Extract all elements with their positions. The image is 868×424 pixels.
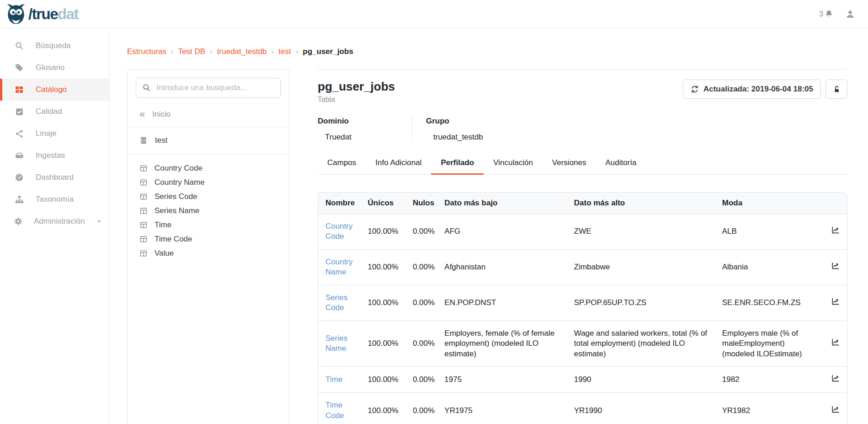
breadcrumb-separator-icon (272, 47, 274, 56)
tab-auditoria[interactable]: Auditoría (596, 154, 646, 175)
table-columns-icon (139, 249, 148, 258)
bell-icon (825, 10, 833, 18)
chart-line-icon[interactable] (831, 405, 840, 413)
profile-table: Nombre Únicos Nulos Dato más bajo Dato m… (318, 192, 847, 424)
sidebar-item-busqueda[interactable]: Búsqueda (0, 35, 109, 57)
nulls-value: 0.00% (405, 366, 437, 392)
table-columns-icon (139, 164, 148, 172)
nulls-value: 0.00% (405, 214, 437, 250)
tab-versiones[interactable]: Versiones (543, 154, 596, 175)
highest-value: SP.POP.65UP.TO.ZS (567, 285, 715, 321)
uniques-value: 100.00% (361, 393, 405, 424)
structure-tabs: Campos Info Adicional Perfilado Vinculac… (318, 154, 847, 175)
mode-value: Employers male (% of maleEmployment) (mo… (715, 321, 820, 366)
user-icon (845, 9, 855, 19)
domain-label: Dominio (318, 117, 403, 126)
group-label: Grupo (426, 117, 483, 126)
highest-value: 1990 (567, 366, 715, 392)
unlock-icon (832, 85, 841, 94)
gauge-icon (14, 173, 25, 182)
column-header-actions (820, 193, 847, 214)
breadcrumb-link-test[interactable]: test (278, 47, 291, 56)
tab-info-adicional[interactable]: Info Adicional (366, 154, 431, 175)
breadcrumb: Estructuras Test DB truedat_testdb test … (127, 47, 847, 56)
sidebar-item-catalogo[interactable]: Catálogo (0, 79, 109, 101)
breadcrumb-link-testdb[interactable]: Test DB (178, 47, 206, 56)
structure-search-input[interactable] (136, 78, 281, 98)
grid-icon (14, 85, 25, 94)
notifications-button[interactable]: 3 (819, 10, 833, 18)
sitemap-icon (14, 195, 25, 204)
field-item-country-name[interactable]: Country Name (139, 177, 289, 188)
group-value: truedat_testdb (426, 133, 483, 142)
tab-vinculacion[interactable]: Vinculación (484, 154, 543, 175)
lowest-value: AFG (437, 214, 566, 250)
chart-line-icon[interactable] (831, 262, 840, 270)
lowest-value: YR1975 (437, 393, 566, 424)
field-link[interactable]: Country Code (325, 222, 353, 241)
uniques-value: 100.00% (361, 249, 405, 285)
field-item-time-code[interactable]: Time Code (139, 234, 289, 244)
sidebar-item-ingestas[interactable]: Ingestas (0, 145, 109, 166)
column-header-unicos: Únicos (361, 193, 405, 214)
nulls-value: 0.00% (405, 321, 437, 366)
chart-line-icon[interactable] (831, 374, 840, 382)
field-item-time[interactable]: Time (139, 220, 289, 230)
brand-wordmark: /truedat (28, 6, 78, 21)
sidebar-item-linaje[interactable]: Linaje (0, 123, 109, 145)
uniques-value: 100.00% (361, 366, 405, 392)
refresh-metadata-button[interactable]: Actualizada: 2019-06-04 18:05 (683, 80, 821, 99)
notification-count-badge: 3 (819, 10, 823, 18)
sidebar-item-taxonomia[interactable]: Taxonomía (0, 188, 109, 210)
table-row: Time Code 100.00% 0.00% YR1975 YR1990 YR… (318, 393, 847, 424)
table-row: Series Name 100.00% 0.00% Employers, fem… (318, 321, 847, 366)
uniques-value: 100.00% (361, 214, 405, 250)
field-link[interactable]: Country Name (325, 258, 353, 276)
tags-icon (14, 63, 25, 72)
table-header-row: Nombre Únicos Nulos Dato más bajo Dato m… (318, 193, 847, 214)
breadcrumb-current: pg_user_jobs (303, 47, 353, 56)
field-item-series-name[interactable]: Series Name (139, 206, 289, 216)
main-sidebar: Búsqueda Glosario Catálog (0, 28, 110, 424)
table-row: Time 100.00% 0.00% 1975 1990 1982 (318, 366, 847, 392)
tab-campos[interactable]: Campos (318, 154, 366, 175)
field-link[interactable]: Series Code (325, 293, 347, 312)
angle-double-left-icon: « (139, 109, 145, 119)
lowest-value: 1975 (437, 366, 566, 392)
nulls-value: 0.00% (405, 285, 437, 321)
table-columns-icon (139, 221, 148, 229)
uniques-value: 100.00% (361, 285, 405, 321)
field-link[interactable]: Series Name (325, 334, 347, 353)
column-header-moda: Moda (715, 193, 820, 214)
chart-line-icon[interactable] (831, 338, 840, 346)
chart-line-icon[interactable] (831, 226, 840, 234)
field-item-value[interactable]: Value (139, 248, 289, 258)
sync-icon (691, 85, 699, 93)
sidebar-item-calidad[interactable]: Calidad (0, 101, 109, 123)
explorer-database-item[interactable]: test (128, 127, 289, 154)
sidebar-item-administracion[interactable]: Administración (0, 210, 109, 232)
tab-perfilado[interactable]: Perfilado (431, 154, 484, 175)
lowest-value: EN.POP.DNST (437, 285, 566, 321)
truedat-logo[interactable]: /truedat (6, 4, 78, 25)
field-link[interactable]: Time Code (325, 401, 344, 419)
breadcrumb-link-estructuras[interactable]: Estructuras (127, 47, 166, 56)
field-item-country-code[interactable]: Country Code (139, 163, 289, 173)
structure-explorer-panel: « Inicio test (127, 69, 289, 424)
structure-metadata: Dominio Truedat Grupo truedat_testdb (318, 117, 847, 142)
mode-value: SE.ENR.SECO.FM.ZS (715, 285, 820, 321)
chart-line-icon[interactable] (831, 297, 840, 306)
confidentiality-toggle-button[interactable] (825, 80, 847, 99)
breadcrumb-link-truedat-testdb[interactable]: truedat_testdb (217, 47, 267, 56)
highest-value: YR1990 (567, 393, 715, 424)
field-item-series-code[interactable]: Series Code (139, 192, 289, 202)
breadcrumb-separator-icon (296, 47, 298, 56)
table-row: Country Code 100.00% 0.00% AFG ZWE ALB (318, 214, 847, 250)
explorer-home-button[interactable]: « Inicio (139, 109, 281, 119)
sidebar-item-glosario[interactable]: Glosario (0, 57, 109, 79)
mode-value: ALB (715, 214, 820, 250)
user-menu-button[interactable] (845, 9, 855, 19)
field-link[interactable]: Time (325, 375, 342, 384)
sidebar-item-dashboard[interactable]: Dashboard (0, 166, 109, 188)
uniques-value: 100.00% (361, 321, 405, 366)
